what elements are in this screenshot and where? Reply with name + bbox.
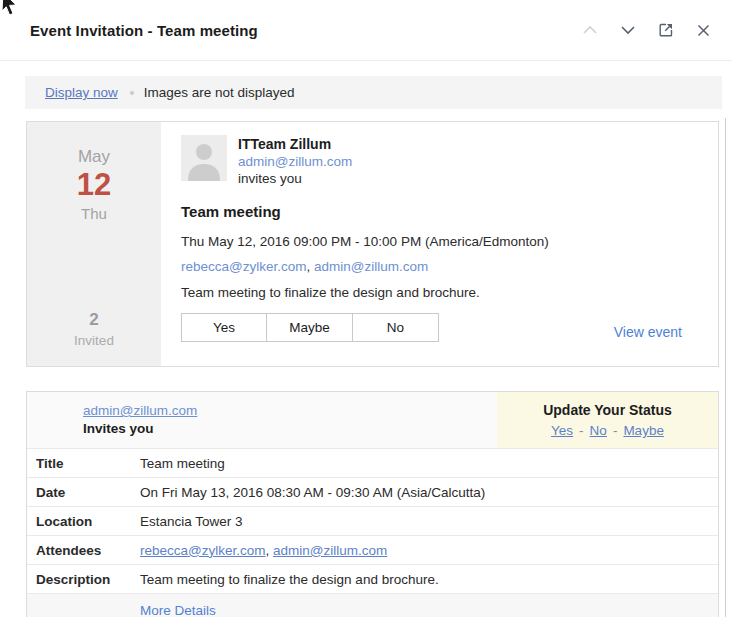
organizer-avatar xyxy=(181,135,227,181)
dot-separator-icon xyxy=(130,91,134,95)
update-status-panel: Update Your Status Yes-No-Maybe xyxy=(497,392,718,448)
attendee-separator: , xyxy=(307,259,315,274)
invitation-card-body: ITTeam Zillum admin@zillum.com invites y… xyxy=(161,122,718,366)
status-no-link[interactable]: No xyxy=(590,423,607,438)
event-details-card: admin@zillum.com Invites you Update Your… xyxy=(26,391,719,617)
detail-value: rebecca@zylker.com, admin@zillum.com xyxy=(140,543,718,558)
close-preview-button[interactable] xyxy=(695,22,712,39)
organizer-info: ITTeam Zillum admin@zillum.com invites y… xyxy=(238,135,352,187)
pane-scroll-divider xyxy=(725,118,726,617)
detail-value: On Fri May 13, 2016 08:30 AM - 09:30 AM … xyxy=(140,485,718,500)
next-message-button[interactable] xyxy=(619,22,636,39)
event-description: Team meeting to finalize the design and … xyxy=(181,285,698,300)
pane-header-actions xyxy=(581,22,712,39)
invited-label: Invited xyxy=(27,333,161,348)
attendee-email-link[interactable]: admin@zillum.com xyxy=(273,543,387,558)
view-event-link[interactable]: View event xyxy=(614,324,682,340)
detail-label: Attendees xyxy=(27,543,140,558)
event-datetime: Thu May 12, 2016 09:00 PM - 10:00 PM (Am… xyxy=(181,234,698,249)
preview-pane-header: Event Invitation - Team meeting xyxy=(0,0,732,61)
event-weekday: Thu xyxy=(27,205,161,222)
email-subject-title: Event Invitation - Team meeting xyxy=(30,22,581,39)
attendee-email-link[interactable]: admin@zillum.com xyxy=(314,259,428,274)
detail-value: Team meeting xyxy=(140,456,718,471)
open-in-new-icon xyxy=(658,22,674,38)
details-card-header: admin@zillum.com Invites you Update Your… xyxy=(27,392,718,448)
detail-label: Location xyxy=(27,514,140,529)
attendee-separator: , xyxy=(266,543,274,558)
open-in-new-window-button[interactable] xyxy=(657,22,674,39)
rsvp-row: Yes Maybe No View event xyxy=(181,313,698,342)
detail-row-location: Location Estancia Tower 3 xyxy=(27,506,718,535)
rsvp-yes-button[interactable]: Yes xyxy=(181,313,267,342)
detail-value: Team meeting to finalize the design and … xyxy=(140,572,718,587)
organizer-email-link[interactable]: admin@zillum.com xyxy=(238,154,352,170)
invited-count: 2 xyxy=(27,310,161,330)
attendee-email-link[interactable]: rebecca@zylker.com xyxy=(181,259,307,274)
organizer-action-text: invites you xyxy=(238,171,352,187)
detail-label: Title xyxy=(27,456,140,471)
detail-value: Estancia Tower 3 xyxy=(140,514,718,529)
detail-row-date: Date On Fri May 13, 2016 08:30 AM - 09:3… xyxy=(27,477,718,506)
event-month: May xyxy=(27,147,161,167)
chevron-down-icon xyxy=(620,25,636,35)
rsvp-no-button[interactable]: No xyxy=(353,313,439,342)
previous-message-button[interactable] xyxy=(581,22,598,39)
detail-label: Date xyxy=(27,485,140,500)
more-details-row: More Details xyxy=(27,593,718,617)
detail-label: Description xyxy=(27,572,140,587)
event-invitation-card: May 12 Thu 2 Invited ITTeam Zillum admin… xyxy=(26,121,719,367)
rsvp-button-group: Yes Maybe No xyxy=(181,313,439,342)
attendee-email-link[interactable]: rebecca@zylker.com xyxy=(140,543,266,558)
update-status-title: Update Your Status xyxy=(497,402,718,418)
more-details-link[interactable]: More Details xyxy=(140,603,216,617)
inviter-block: admin@zillum.com Invites you xyxy=(27,392,197,448)
detail-row-attendees: Attendees rebecca@zylker.com, admin@zill… xyxy=(27,535,718,564)
status-separator: - xyxy=(579,423,584,438)
status-maybe-link[interactable]: Maybe xyxy=(623,423,664,438)
display-images-link[interactable]: Display now xyxy=(45,85,118,100)
inviter-email-link[interactable]: admin@zillum.com xyxy=(83,403,197,418)
event-date-panel: May 12 Thu 2 Invited xyxy=(27,122,161,366)
event-title: Team meeting xyxy=(181,203,698,220)
event-attendees-line: rebecca@zylker.com, admin@zillum.com xyxy=(181,259,698,274)
chevron-up-icon xyxy=(582,25,598,35)
organizer-block: ITTeam Zillum admin@zillum.com invites y… xyxy=(181,135,698,187)
event-day: 12 xyxy=(27,167,161,203)
inviter-action-text: Invites you xyxy=(83,420,197,438)
rsvp-maybe-button[interactable]: Maybe xyxy=(267,313,353,342)
detail-row-description: Description Team meeting to finalize the… xyxy=(27,564,718,593)
images-notice-bar: Display now Images are not displayed xyxy=(25,76,722,109)
images-notice-text: Images are not displayed xyxy=(144,85,295,100)
status-options: Yes-No-Maybe xyxy=(497,423,718,438)
detail-row-title: Title Team meeting xyxy=(27,448,718,477)
status-yes-link[interactable]: Yes xyxy=(551,423,573,438)
close-icon xyxy=(697,24,710,37)
person-silhouette-icon xyxy=(181,135,227,181)
status-separator: - xyxy=(613,423,618,438)
organizer-name: ITTeam Zillum xyxy=(238,136,352,153)
